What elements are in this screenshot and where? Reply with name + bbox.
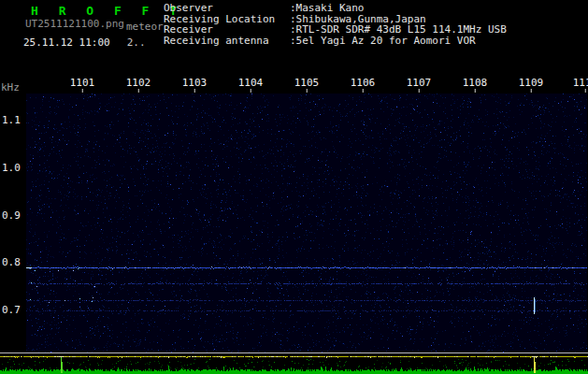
signal-strip-canvas (0, 353, 588, 374)
freq-tick-label: 0.9 (2, 209, 24, 222)
freq-tick-label: 0.8 (2, 256, 24, 268)
time-tick-label: 1103 (182, 77, 208, 89)
freq-tick-label: 1.0 (2, 162, 24, 174)
station-info-row: Receiving antenna:5el Yagi Az 20 for Aom… (164, 36, 507, 47)
receiver-label: Receiver (164, 24, 290, 36)
time-tick-label: 1107 (407, 77, 432, 89)
datetime: 25.11.12 11:00 (23, 36, 110, 49)
time-tick-label: 1101 (70, 77, 95, 89)
observation-tag: meteor (126, 21, 164, 33)
time-tick-label: 1105 (294, 77, 320, 89)
time-tick-label: 1110 (573, 77, 588, 89)
spectrogram-canvas (26, 94, 587, 352)
station-info: Observer:Masaki Kano Receiving Location:… (164, 3, 507, 46)
freq-tick-label: 1.1 (2, 114, 24, 126)
time-tick-label: 1109 (519, 77, 544, 89)
file-line: UT2511121100.pngmeteor (25, 18, 164, 30)
antenna-value: :5el Yagi Az 20 for Aomori VOR (290, 35, 476, 47)
frequency-unit-label: kHz (1, 81, 20, 94)
date-line: 25.11.12 11:002.. (23, 36, 146, 49)
time-tick-label: 1108 (463, 77, 488, 89)
time-tick-label: 1106 (351, 77, 376, 89)
time-tick-label: 1102 (126, 77, 151, 89)
time-tick-label: 1104 (238, 77, 264, 89)
observer-label: Observer (164, 3, 290, 14)
datetime-extra: 2.. (127, 36, 146, 49)
output-filename: UT2511121100.png (25, 18, 124, 30)
app-title: H R O F F T (31, 4, 183, 18)
freq-tick-label: 0.7 (2, 304, 24, 316)
hrofft-screen: H R O F F T UT2511121100.pngmeteor 25.11… (0, 0, 588, 374)
antenna-label: Receiving antenna (164, 36, 290, 47)
